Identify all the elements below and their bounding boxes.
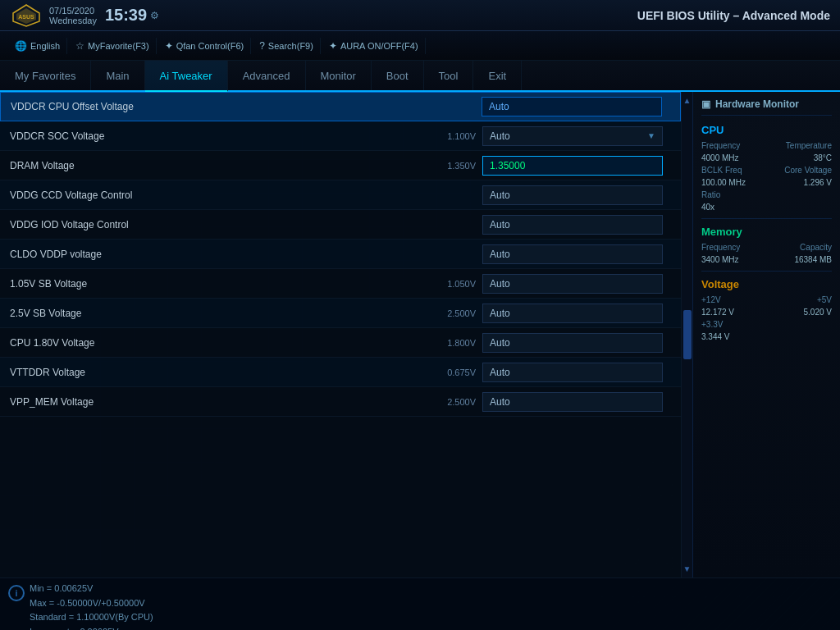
row-default-25v-sb: 2.500V (410, 308, 476, 318)
row-label-105v-sb: 1.05V SB Voltage (10, 278, 410, 290)
dropdown-vttddr[interactable]: Auto (482, 363, 663, 382)
row-label-dram: DRAM Voltage (10, 160, 410, 171)
row-label-vpp-mem: VPP_MEM Voltage (10, 396, 410, 408)
row-label-vddcr-soc: VDDCR SOC Voltage (10, 130, 410, 142)
mem-frequency-label: Frequency (701, 243, 740, 252)
info-icon: i (8, 585, 25, 601)
cpu-temperature-label: Temperature (786, 141, 832, 150)
row-default-105v-sb: 1.050V (410, 279, 476, 289)
language-label: English (30, 41, 60, 51)
row-label-vddg-ccd: VDDG CCD Voltage Control (10, 189, 410, 201)
settings-row-vddcr-cpu[interactable]: VDDCR CPU Offset Voltage Auto (0, 92, 681, 121)
day-text: Wednesday (49, 16, 97, 25)
scroll-thumb[interactable] (683, 310, 692, 359)
settings-row-105v-sb[interactable]: 1.05V SB Voltage 1.050V Auto (0, 269, 681, 299)
row-value-vttddr[interactable]: Auto (482, 363, 671, 382)
mem-frequency-value: 3400 MHz (701, 255, 739, 264)
cpu-section-title: CPU (701, 124, 832, 136)
volt-33v-row: +3.3V (701, 320, 832, 329)
row-value-cpu-18v[interactable]: Auto (482, 333, 671, 353)
cpu-ratio-value-row: 40x (701, 203, 832, 212)
dropdown-vddg-ccd[interactable]: Auto (482, 185, 663, 205)
settings-row-dram[interactable]: DRAM Voltage 1.350V 1.35000 (0, 151, 681, 180)
nav-boot[interactable]: Boot (372, 61, 424, 90)
favorite-icon: ☆ (75, 40, 84, 52)
scrollbar[interactable]: ▲ ▼ (681, 92, 692, 578)
input-dram[interactable]: 1.35000 (482, 156, 663, 176)
v5-label: +5V (817, 295, 832, 304)
chevron-down-icon: ▼ (647, 131, 655, 140)
row-value-vddg-ccd[interactable]: Auto (482, 185, 671, 205)
date-text: 07/15/2020 (49, 6, 94, 16)
settings-row-vpp-mem[interactable]: VPP_MEM Voltage 2.500V Auto (0, 387, 681, 417)
settings-row-25v-sb[interactable]: 2.5V SB Voltage 2.500V Auto (0, 299, 681, 328)
row-value-cldo[interactable]: Auto (482, 244, 671, 264)
nav-bar: My Favorites Main Ai Tweaker Advanced Mo… (0, 61, 840, 92)
row-default-vttddr: 0.675V (410, 368, 476, 377)
app-title: UEFI BIOS Utility – Advanced Mode (637, 9, 830, 22)
row-label-cpu-18v: CPU 1.80V Voltage (10, 337, 410, 349)
cpu-frequency-value: 4000 MHz (701, 153, 739, 162)
dropdown-vddcr-soc[interactable]: Auto ▼ (482, 126, 663, 146)
language-button[interactable]: 🌐 English (8, 38, 67, 54)
aura-button[interactable]: ✦ AURA ON/OFF(F4) (322, 38, 426, 54)
qfan-button[interactable]: ✦ Qfan Control(F6) (158, 38, 252, 54)
nav-exit[interactable]: Exit (473, 61, 522, 90)
row-value-25v-sb[interactable]: Auto (482, 304, 671, 323)
row-label-vddg-iod: VDDG IOD Voltage Control (10, 219, 410, 231)
row-default-cpu-18v: 1.800V (410, 338, 476, 348)
v12-label: +12V (701, 295, 721, 304)
mem-capacity-label: Capacity (800, 243, 832, 252)
row-value-105v-sb[interactable]: Auto (482, 274, 671, 294)
nav-monitor[interactable]: Monitor (306, 61, 372, 90)
v5-value: 5.020 V (804, 308, 832, 317)
dropdown-vpp-mem[interactable]: Auto (482, 392, 663, 412)
row-value-vddcr-soc[interactable]: Auto ▼ (482, 126, 671, 146)
settings-row-cpu-18v[interactable]: CPU 1.80V Voltage 1.800V Auto (0, 328, 681, 358)
dropdown-cldo[interactable]: Auto (482, 244, 663, 264)
settings-row-vttddr[interactable]: VTTDDR Voltage 0.675V Auto (0, 358, 681, 387)
cpu-ratio-label: Ratio (701, 190, 720, 199)
nav-tool[interactable]: Tool (424, 61, 474, 90)
cpu-bclk-value-row: 100.00 MHz 1.296 V (701, 178, 832, 187)
settings-icon[interactable]: ⚙ (150, 10, 159, 21)
row-value-vddg-iod[interactable]: Auto (482, 215, 671, 235)
v33-label: +3.3V (701, 320, 723, 329)
settings-row-vddg-iod[interactable]: VDDG IOD Voltage Control Auto (0, 210, 681, 240)
nav-my-favorites[interactable]: My Favorites (0, 61, 91, 90)
datetime-display: 07/15/2020 Wednesday (49, 6, 97, 25)
hardware-monitor-panel: ▣ Hardware Monitor CPU Frequency Tempera… (692, 92, 840, 578)
dropdown-105v-sb[interactable]: Auto (482, 274, 663, 294)
mem-frequency-value-row: 3400 MHz 16384 MB (701, 255, 832, 264)
nav-ai-tweaker[interactable]: Ai Tweaker (145, 61, 228, 92)
cpu-ratio-value: 40x (701, 203, 714, 212)
nav-main[interactable]: Main (91, 61, 144, 90)
cpu-core-voltage-label: Core Voltage (784, 166, 832, 175)
settings-row-vddcr-soc[interactable]: VDDCR SOC Voltage 1.100V Auto ▼ (0, 121, 681, 151)
dropdown-25v-sb[interactable]: Auto (482, 304, 663, 323)
main-layout: VDDCR CPU Offset Voltage Auto VDDCR SOC … (0, 92, 840, 578)
settings-row-cldo[interactable]: CLDO VDDP voltage Auto (0, 240, 681, 269)
dropdown-cpu-18v[interactable]: Auto (482, 333, 663, 353)
cpu-bclk-row: BCLK Freq Core Voltage (701, 166, 832, 175)
header-bar: ASUS 07/15/2020 Wednesday 15:39 ⚙ UEFI B… (0, 0, 840, 31)
row-value-vpp-mem[interactable]: Auto (482, 392, 671, 412)
myfavorite-button[interactable]: ☆ MyFavorite(F3) (69, 38, 157, 54)
row-value-vddcr-cpu[interactable]: Auto (482, 97, 670, 116)
cpu-core-voltage-value: 1.296 V (804, 178, 832, 187)
search-button[interactable]: ? Search(F9) (253, 38, 321, 54)
nav-advanced[interactable]: Advanced (228, 61, 306, 90)
search-label: Search(F9) (268, 41, 313, 51)
cpu-frequency-row: Frequency Temperature (701, 141, 832, 150)
row-default-vddcr-soc: 1.100V (410, 131, 476, 141)
cpu-bclk-value: 100.00 MHz (701, 178, 746, 187)
row-value-dram[interactable]: 1.35000 (482, 156, 671, 176)
hw-divider-2 (701, 271, 832, 272)
aura-icon: ✦ (329, 40, 337, 52)
input-vddcr-cpu[interactable]: Auto (482, 97, 662, 116)
settings-row-vddg-ccd[interactable]: VDDG CCD Voltage Control Auto (0, 180, 681, 210)
cpu-bclk-label: BCLK Freq (701, 166, 742, 175)
globe-icon: 🌐 (15, 40, 27, 52)
dropdown-vddg-iod[interactable]: Auto (482, 215, 663, 235)
mem-capacity-value: 16384 MB (794, 255, 832, 264)
